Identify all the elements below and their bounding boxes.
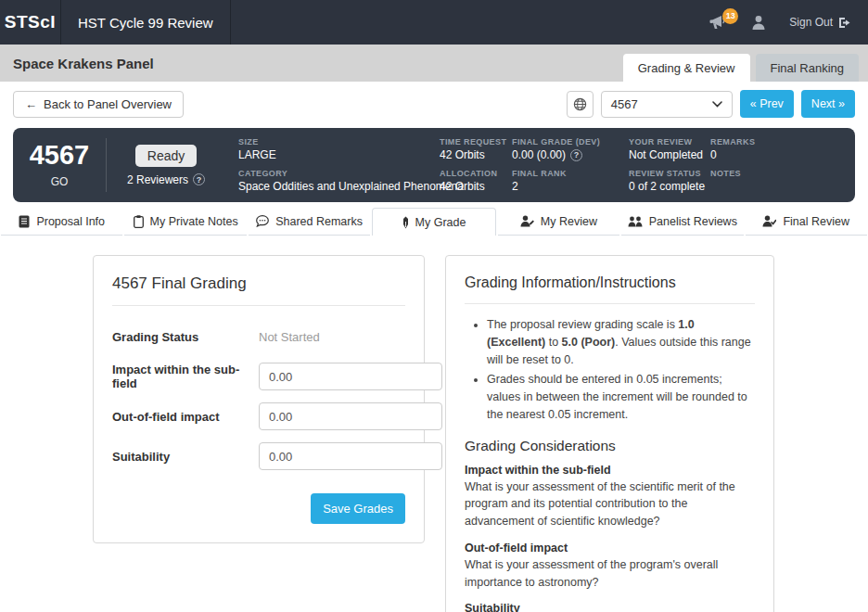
sign-out-button[interactable]: Sign Out bbox=[789, 16, 851, 29]
remarks-label: REMARKS bbox=[710, 137, 855, 147]
consideration-suitability: Suitability Can the program science goal… bbox=[465, 602, 755, 612]
final-grade-label: FINAL GRADE (DEV) bbox=[512, 137, 629, 147]
grading-instructions-card: Grading Information/Instructions The pro… bbox=[445, 255, 774, 612]
globe-button[interactable] bbox=[567, 91, 594, 118]
suitability-row: Suitability bbox=[112, 442, 405, 470]
proposal-id: 4567 bbox=[13, 142, 106, 169]
final-rank-value: 2 bbox=[512, 180, 629, 193]
remarks-value: 0 bbox=[710, 148, 855, 161]
tab-my-private-notes[interactable]: My Private Notes bbox=[124, 208, 246, 236]
tab-grading-review[interactable]: Grading & Review bbox=[623, 54, 750, 82]
header-right: 13 Sign Out bbox=[709, 0, 868, 45]
chat-bubble-icon bbox=[256, 215, 269, 227]
tab-final-review[interactable]: Final Review bbox=[746, 208, 867, 236]
summary-col-review: YOUR REVIEW Not Completed REVIEW STATUS … bbox=[629, 137, 710, 193]
out-of-field-input[interactable] bbox=[259, 402, 442, 430]
sign-out-icon bbox=[838, 17, 851, 29]
notification-badge: 13 bbox=[722, 8, 738, 24]
next-button[interactable]: Next » bbox=[801, 90, 855, 118]
tab-final-review-label: Final Review bbox=[783, 215, 849, 228]
impact-subfield-row: Impact within the sub-field bbox=[112, 363, 405, 390]
out-of-field-label: Out-of-field impact bbox=[112, 410, 259, 424]
back-to-panel-overview-button[interactable]: ← Back to Panel Overview bbox=[13, 91, 184, 118]
person-check-icon bbox=[762, 215, 776, 227]
final-grade-help-icon[interactable]: ? bbox=[570, 149, 582, 161]
category-value: Space Oddities and Unexplained Phenomena bbox=[238, 180, 440, 193]
tab-proposal-info-label: Proposal Info bbox=[36, 215, 105, 228]
suitability-input[interactable] bbox=[259, 442, 442, 470]
panel-title: Space Krakens Panel bbox=[0, 56, 154, 71]
instructions-bullet-1: The proposal review grading scale is 1.0… bbox=[487, 316, 755, 368]
back-button-label: Back to Panel Overview bbox=[44, 97, 172, 111]
reviewers-count: 2 Reviewers ? bbox=[107, 173, 225, 186]
prev-button[interactable]: « Prev bbox=[740, 90, 794, 118]
chevron-down-icon bbox=[712, 101, 722, 108]
impact-subfield-label: Impact within the sub-field bbox=[112, 363, 259, 390]
people-icon bbox=[628, 216, 643, 227]
final-rank-label: FINAL RANK bbox=[512, 169, 629, 178]
clipboard-icon bbox=[134, 215, 144, 228]
back-arrow-icon: ← bbox=[25, 97, 37, 111]
consideration-out-of-field-heading: Out-of-field impact bbox=[465, 542, 755, 555]
section-tab-strip: Proposal Info My Private Notes Shared Re… bbox=[0, 208, 868, 236]
final-grading-card: 4567 Final Grading Grading Status Not St… bbox=[93, 255, 425, 543]
app-title: HST Cycle 99 Review bbox=[61, 0, 231, 45]
main-content: 4567 Final Grading Grading Status Not St… bbox=[0, 236, 868, 612]
consideration-impact-subfield-heading: Impact within the sub-field bbox=[465, 464, 755, 477]
grading-considerations-title: Grading Considerations bbox=[465, 438, 755, 454]
reviewers-help-icon[interactable]: ? bbox=[193, 173, 205, 185]
instructions-title: Grading Information/Instructions bbox=[465, 274, 755, 304]
ready-status-chip[interactable]: Ready bbox=[135, 145, 197, 167]
panel-bar: Space Krakens Panel Grading & Review Fin… bbox=[0, 45, 868, 82]
grading-status-row: Grading Status Not Started bbox=[112, 323, 405, 351]
panel-tabs: Grading & Review Final Ranking bbox=[623, 54, 859, 82]
grading-status-value: Not Started bbox=[259, 330, 320, 344]
grading-form: Grading Status Not Started Impact within… bbox=[112, 323, 405, 524]
tab-my-review[interactable]: My Review bbox=[498, 208, 619, 236]
proposal-select-value: 4567 bbox=[611, 97, 638, 111]
tab-shared-remarks[interactable]: Shared Remarks bbox=[249, 208, 370, 236]
allocation-label: ALLOCATION bbox=[440, 169, 512, 178]
review-status-value: 0 of 2 complete bbox=[629, 180, 710, 193]
consideration-impact-subfield: Impact within the sub-field What is your… bbox=[465, 464, 755, 530]
final-grading-title: 4567 Final Grading bbox=[112, 274, 405, 306]
summary-col-remarks-notes: REMARKS 0 NOTES bbox=[710, 137, 855, 193]
summary-col-time-allocation: TIME REQUEST 42 Orbits ALLOCATION 42 Orb… bbox=[440, 137, 512, 193]
notes-label: NOTES bbox=[710, 169, 855, 178]
proposal-select[interactable]: 4567 bbox=[601, 91, 733, 118]
your-review-label: YOUR REVIEW bbox=[629, 137, 710, 147]
book-icon bbox=[19, 215, 30, 228]
tab-panelist-reviews[interactable]: Panelist Reviews bbox=[621, 208, 743, 236]
toolbar-right: 4567 « Prev Next » bbox=[567, 90, 855, 118]
proposal-id-block: 4567 GO bbox=[13, 142, 106, 188]
suitability-label: Suitability bbox=[112, 450, 259, 464]
instructions-bullets: The proposal review grading scale is 1.0… bbox=[465, 316, 755, 424]
size-value: LARGE bbox=[238, 148, 440, 161]
tab-final-ranking[interactable]: Final Ranking bbox=[756, 54, 860, 82]
category-label: CATEGORY bbox=[238, 169, 440, 178]
pen-icon bbox=[402, 216, 409, 229]
tab-proposal-info[interactable]: Proposal Info bbox=[1, 208, 122, 236]
out-of-field-row: Out-of-field impact bbox=[112, 402, 405, 430]
consideration-out-of-field-text: What is your assessment of the program's… bbox=[465, 556, 755, 592]
tab-shared-remarks-label: Shared Remarks bbox=[275, 215, 363, 228]
time-request-value: 42 Orbits bbox=[440, 148, 512, 161]
top-header: STScI HST Cycle 99 Review 13 Sign Out bbox=[0, 0, 868, 45]
tab-my-private-notes-label: My Private Notes bbox=[150, 215, 238, 228]
tab-panelist-reviews-label: Panelist Reviews bbox=[649, 215, 737, 228]
user-icon[interactable] bbox=[750, 14, 767, 31]
impact-subfield-input[interactable] bbox=[259, 363, 442, 390]
announcements-button[interactable]: 13 bbox=[709, 15, 728, 31]
tab-my-grade[interactable]: My Grade bbox=[372, 208, 495, 236]
grading-status-label: Grading Status bbox=[112, 330, 259, 344]
final-grade-value: 0.00 (0.00) ? bbox=[512, 148, 629, 161]
summary-col-grade-rank: FINAL GRADE (DEV) 0.00 (0.00) ? FINAL RA… bbox=[512, 137, 629, 193]
save-row: Save Grades bbox=[112, 493, 405, 524]
header-spacer bbox=[231, 0, 710, 45]
your-review-value: Not Completed bbox=[629, 148, 710, 161]
toolbar: ← Back to Panel Overview 4567 « Prev Nex… bbox=[0, 82, 868, 125]
time-request-label: TIME REQUEST bbox=[440, 137, 512, 147]
stsci-logo[interactable]: STScI bbox=[0, 0, 61, 45]
save-grades-button[interactable]: Save Grades bbox=[311, 493, 405, 524]
person-pen-icon bbox=[520, 215, 534, 227]
